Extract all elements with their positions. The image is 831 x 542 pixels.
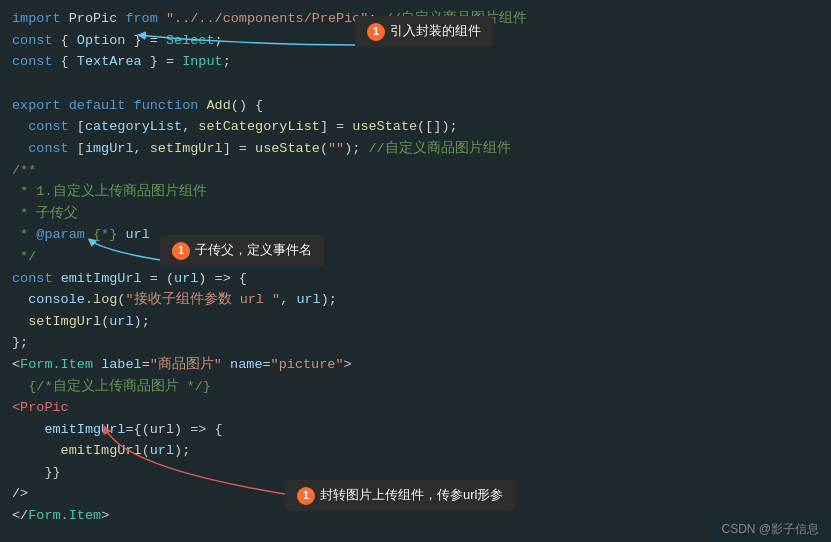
token: ;: [223, 51, 231, 73]
token: [198, 95, 206, 117]
token: @param: [36, 224, 85, 246]
code-line-10: * 子传父: [0, 203, 831, 225]
token: [93, 354, 101, 376]
token: ] =: [223, 138, 255, 160]
token: ,: [182, 116, 198, 138]
code-line-20: emitImgUrl={(url) => {: [0, 419, 831, 441]
code-line-9: * 1.自定义上传商品图片组件: [0, 181, 831, 203]
token: emitImgUrl: [44, 419, 125, 441]
token: url: [296, 289, 320, 311]
token: emitImgUrl: [61, 440, 142, 462]
token: [12, 419, 44, 441]
code-line-17: <Form.Item label="商品图片" name="picture">: [0, 354, 831, 376]
token: =: [142, 354, 150, 376]
annotation-dot-2: 1: [172, 242, 190, 260]
token: url: [174, 268, 198, 290]
token: ,: [280, 289, 296, 311]
token: = (: [142, 268, 174, 290]
token: url: [109, 311, 133, 333]
token: setCategoryList: [198, 116, 320, 138]
token: );: [321, 289, 337, 311]
code-line-4: [0, 73, 831, 95]
token: /**: [12, 160, 36, 182]
token: const: [12, 268, 53, 290]
token: useState: [352, 116, 417, 138]
token: [12, 138, 28, 160]
code-line-16: };: [0, 332, 831, 354]
token: const: [12, 30, 53, 52]
code-line-3: const { TextArea } = Input;: [0, 51, 831, 73]
token: [: [69, 116, 85, 138]
token: from: [125, 8, 157, 30]
code-line-13: const emitImgUrl = (url) => {: [0, 268, 831, 290]
token: (: [117, 289, 125, 311]
token: }}: [12, 462, 61, 484]
code-line-12: */: [0, 246, 831, 268]
token: *: [12, 224, 36, 246]
code-line-8: /**: [0, 160, 831, 182]
token: };: [12, 332, 28, 354]
token: .: [85, 289, 93, 311]
token: console: [28, 289, 85, 311]
token: {: [53, 30, 77, 52]
token: "商品图片": [150, 354, 222, 376]
token: ) => {: [198, 268, 247, 290]
token: ={: [125, 419, 141, 441]
token: const: [28, 116, 69, 138]
code-line-18: {/*自定义上传商品图片 */}: [0, 376, 831, 398]
token: emitImgUrl: [61, 268, 142, 290]
token: >: [344, 354, 352, 376]
token: import: [12, 8, 61, 30]
token: //自定义商品图片组件: [369, 138, 511, 160]
token: } =: [142, 51, 183, 73]
token: setImgUrl: [28, 311, 101, 333]
token: TextArea: [77, 51, 142, 73]
annotation-3: 1封转图片上传组件，传参url形参: [285, 480, 515, 511]
token: imgUrl: [85, 138, 134, 160]
token: </: [12, 505, 28, 527]
token: );: [134, 311, 150, 333]
token: setImgUrl: [150, 138, 223, 160]
token: [53, 268, 61, 290]
token: "picture": [271, 354, 344, 376]
token: ("");: [320, 138, 369, 160]
code-line-6: const [categoryList, setCategoryList] = …: [0, 116, 831, 138]
token: default: [69, 95, 126, 117]
code-line-7: const [imgUrl, setImgUrl] = useState("")…: [0, 138, 831, 160]
token: ([]);: [417, 116, 458, 138]
token: log: [93, 289, 117, 311]
annotation-2: 1子传父，定义事件名: [160, 235, 324, 266]
code-editor: import ProPic from "../../components/Pre…: [0, 0, 831, 542]
token: Select: [166, 30, 215, 52]
token: "接收子组件参数 url ": [125, 289, 280, 311]
code-line-11: * @param {*} url: [0, 224, 831, 246]
token: url: [150, 440, 174, 462]
code-line-5: export default function Add() {: [0, 95, 831, 117]
token: [125, 95, 133, 117]
token: />: [12, 483, 28, 505]
token: );: [174, 440, 190, 462]
token: (url) => {: [142, 419, 223, 441]
token: const: [28, 138, 69, 160]
token: (: [101, 311, 109, 333]
token: } =: [125, 30, 166, 52]
token: [: [69, 138, 85, 160]
token: url: [125, 224, 149, 246]
token: const: [12, 51, 53, 73]
token: */: [12, 246, 36, 268]
annotation-dot-1: 1: [367, 23, 385, 41]
token: ProPic: [61, 8, 126, 30]
token: Form.Item: [20, 354, 93, 376]
token: function: [134, 95, 199, 117]
code-line-15: setImgUrl(url);: [0, 311, 831, 333]
token: [12, 311, 28, 333]
token: categoryList: [85, 116, 182, 138]
token: Option: [77, 30, 126, 52]
token: export: [12, 95, 61, 117]
token: [222, 354, 230, 376]
token: name: [230, 354, 262, 376]
token: {/*自定义上传商品图片 */}: [28, 376, 211, 398]
token: <ProPic: [12, 397, 69, 419]
code-line-21: emitImgUrl(url);: [0, 440, 831, 462]
token: ,: [134, 138, 150, 160]
